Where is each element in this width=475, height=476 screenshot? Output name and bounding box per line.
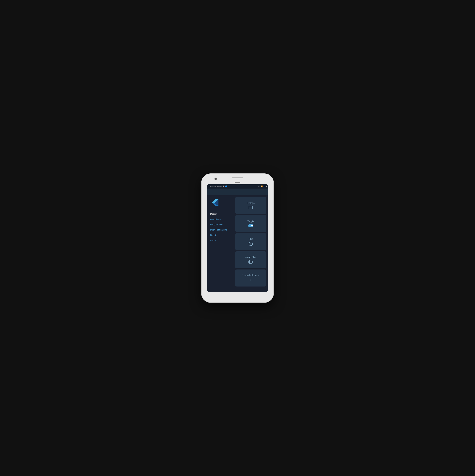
content-area: Dialogs Toggle Fab bbox=[234, 195, 268, 292]
card-toggle[interactable]: Toggle bbox=[235, 215, 266, 232]
app-logo bbox=[207, 198, 234, 211]
sidebar-item-push-notifications[interactable]: Push Notifications bbox=[207, 227, 234, 232]
card-fab-label: Fab bbox=[249, 238, 253, 240]
status-left: 10:43 PM 6.4kB/s ⏰ bbox=[209, 186, 227, 187]
nav-section-title: Design bbox=[207, 211, 234, 217]
status-time: 10:43 PM bbox=[209, 186, 216, 187]
wifi-icon: 📶 bbox=[261, 186, 263, 187]
card-expandable-view[interactable]: Expandable View ↓ bbox=[235, 270, 266, 287]
phone-frame: 10:43 PM 6.4kB/s ⏰ 📶 ⋮ bbox=[202, 174, 273, 302]
card-fab[interactable]: Fab + bbox=[235, 233, 266, 250]
sidebar-item-recyclerview[interactable]: RecyclerView bbox=[207, 222, 234, 227]
sidebar-item-about[interactable]: About bbox=[207, 238, 234, 243]
flutter-logo-icon bbox=[210, 198, 220, 207]
image-slide-icon bbox=[249, 260, 253, 264]
power-button[interactable] bbox=[201, 204, 202, 212]
sidebar-item-animations[interactable]: Animations bbox=[207, 217, 234, 222]
sidebar-item-donate[interactable]: Donate bbox=[207, 232, 234, 238]
card-toggle-label: Toggle bbox=[247, 220, 254, 223]
expandable-view-icon: ↓ bbox=[250, 278, 252, 282]
card-image-slide[interactable]: Image Slide bbox=[235, 251, 266, 268]
app-status-icon bbox=[225, 186, 227, 187]
card-dialogs-label: Dialogs bbox=[247, 202, 254, 204]
card-image-slide-label: Image Slide bbox=[245, 256, 257, 258]
more-options-icon[interactable]: ⋮ bbox=[263, 190, 266, 194]
fab-icon: + bbox=[249, 242, 253, 246]
phone-screen: 10:43 PM 6.4kB/s ⏰ 📶 ⋮ bbox=[207, 184, 268, 292]
alarm-icon: ⏰ bbox=[222, 186, 225, 187]
dialog-icon bbox=[249, 206, 253, 209]
main-layout: Design Animations RecyclerView Push Noti… bbox=[207, 195, 268, 292]
status-network: 6.4kB/s bbox=[217, 186, 222, 187]
card-dialogs[interactable]: Dialogs bbox=[235, 197, 266, 214]
signal-icon bbox=[258, 186, 260, 187]
card-expandable-view-label: Expandable View bbox=[242, 274, 260, 276]
battery-icon bbox=[263, 186, 266, 187]
status-right: 📶 bbox=[258, 186, 266, 187]
app-toolbar: ⋮ bbox=[207, 188, 268, 195]
speaker bbox=[235, 182, 240, 183]
volume-down-button[interactable] bbox=[273, 208, 274, 214]
camera bbox=[214, 178, 217, 180]
volume-up-button[interactable] bbox=[273, 200, 274, 206]
toggle-icon bbox=[248, 224, 253, 227]
app-content: ⋮ Design Animatio bbox=[207, 188, 268, 292]
nav-drawer: Design Animations RecyclerView Push Noti… bbox=[207, 195, 234, 292]
status-bar: 10:43 PM 6.4kB/s ⏰ 📶 bbox=[207, 184, 268, 188]
